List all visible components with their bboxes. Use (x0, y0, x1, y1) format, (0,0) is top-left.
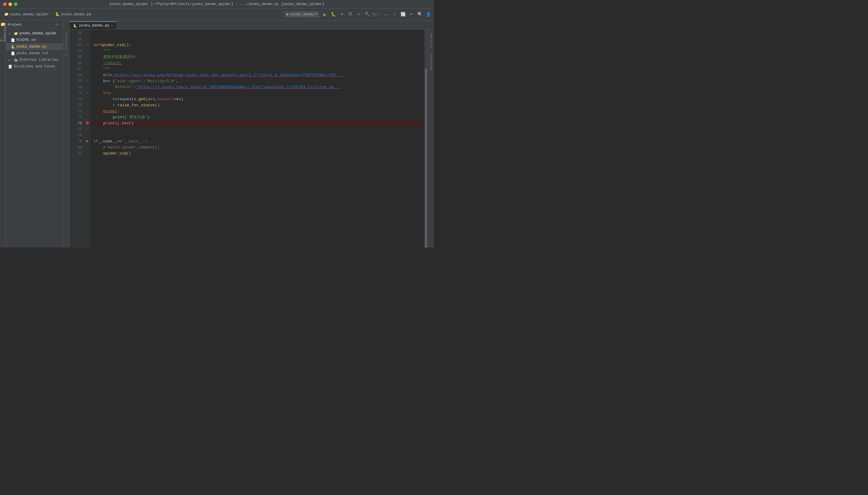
sciview-tab[interactable]: SciView (428, 31, 434, 51)
editor-tab-danmu[interactable]: 🐍 youku_danmu.py ✕ (69, 21, 117, 29)
code-area[interactable]: def spider_vid ( ): """ 爬取所有集数的id :retur… (91, 30, 424, 248)
gutter-66 (84, 59, 91, 66)
panel-collapse-icon[interactable]: − (59, 22, 61, 27)
coverage-button[interactable]: ☂ (339, 11, 345, 18)
close-button[interactable] (3, 2, 6, 6)
code-line-81: spider_vid () (94, 151, 424, 157)
right-sidebar: SciView Database (427, 30, 434, 248)
str-fail: '爬取失败' (127, 115, 147, 120)
tab-py-icon: 🐍 (73, 24, 77, 28)
breakpoint-marker[interactable] (86, 121, 89, 124)
vertical-scrollbar[interactable] (424, 30, 427, 248)
folder-open-icon: ▾ (9, 32, 13, 36)
git-update-button[interactable]: 🔄 (400, 11, 406, 18)
git-label: Git: (372, 12, 381, 17)
tree-item-readme[interactable]: 📄 README.md (6, 37, 63, 44)
run-config-label: youku_danmu (290, 12, 314, 17)
eq-main: == (117, 138, 122, 144)
line-num-63: 63 (69, 42, 82, 48)
concurrency-button[interactable]: ⚡ (355, 11, 362, 18)
search-button[interactable]: 🔍 (416, 11, 423, 18)
maximize-button[interactable] (14, 2, 17, 6)
activity-bar: 📁 2: Favorites (0, 20, 6, 248)
panel-header-icons: ⚙ − (56, 22, 61, 27)
fold-icon-71[interactable]: ▾ (86, 91, 88, 95)
project-tree: ▾ 📁 youku_danmu_spide 📄 README.md 🐍 youk… (6, 29, 63, 248)
gutter-80 (84, 144, 91, 150)
top-toolbar: 📁 youku_danmu_spider 🐍 youku_danmu.py ▶ … (0, 8, 434, 20)
window-title: youku_danmu_spider [~/PycharmProjects/yo… (110, 2, 325, 6)
minimize-button[interactable] (9, 2, 12, 6)
gutter-62 (84, 36, 91, 41)
fold-icon-63[interactable]: ▾ (86, 43, 88, 46)
code-line-72: r = requests . get (url, headers =kv) (94, 96, 424, 102)
toolbar-file-tab[interactable]: 🐍 youku_danmu.py (53, 12, 93, 17)
code-line-66: :return: (94, 60, 424, 66)
root-label: youku_danmu_spide (19, 31, 56, 36)
tree-item-danmu-txt[interactable]: 📄 youku_danmu.txt (6, 50, 63, 57)
code-line-67: """ (94, 66, 424, 72)
tree-item-external[interactable]: ▸ 📚 External Libraries (6, 57, 63, 63)
line-num-67: 67 (69, 66, 82, 72)
gutter-69: ▾ (84, 78, 91, 84)
build-button[interactable]: 🔨 (364, 11, 371, 18)
code-line-63: def spider_vid ( ): (94, 42, 424, 48)
gutter: ▾ ▾ ▾ (84, 30, 91, 248)
undo-button[interactable]: ↶ (408, 11, 415, 18)
git-push-button[interactable]: ✏ (383, 11, 389, 18)
line-numbers: 61 62 63 64 65 66 67 68 69 70 71 72 73 7… (69, 30, 84, 248)
txt-file-icon: 📄 (11, 51, 15, 55)
fn-raise: raise_for_status (117, 102, 155, 108)
keyword-if: if (94, 138, 98, 144)
colon-main: : (145, 138, 148, 144)
run-button[interactable]: ▶ (322, 11, 328, 18)
chevron-down-icon: ▼ (315, 13, 317, 16)
docstring-start: """ (103, 48, 110, 54)
comma: , (176, 78, 178, 84)
gutter-64 (84, 48, 91, 54)
code-line-73: r . raise_for_status () (94, 102, 424, 108)
gutter-79: ▶ (84, 138, 91, 144)
line-num-65: 65 (69, 54, 82, 60)
dot3: .text) (120, 120, 134, 126)
editor-content[interactable]: 61 62 63 64 65 66 67 68 69 70 71 72 73 7… (69, 30, 434, 248)
fold-icon-69[interactable]: ▾ (86, 79, 88, 83)
dunder-name: __name__ (98, 138, 117, 144)
activity-favorites[interactable]: 2: Favorites (1, 30, 5, 35)
folder-icon: 📁 (4, 12, 9, 17)
panel-settings-icon[interactable]: ⚙ (56, 22, 58, 27)
paren-open: ( (124, 42, 126, 48)
git-check-button[interactable]: ✓ (391, 11, 398, 18)
titlebar: youku_danmu_spider [~/PycharmProjects/yo… (0, 0, 434, 8)
traffic-lights (3, 2, 17, 6)
line-num-76: 76 (69, 120, 82, 126)
account-button[interactable]: 👤 (425, 11, 431, 18)
tree-item-danmu-py[interactable]: 🐍 youku_danmu.py (6, 44, 63, 50)
run-config[interactable]: ▶ youku_danmu ▼ (284, 11, 319, 17)
project-label: youku_danmu_spider (10, 12, 49, 17)
code-line-76: print ( r .text) (94, 120, 424, 126)
line-num-72: 72 (69, 96, 82, 102)
code-line-62 (94, 36, 424, 42)
keyword-try: try: (103, 90, 112, 96)
tree-item-scratches[interactable]: 📝 Scratches and Conso (6, 63, 63, 70)
docstring-text: 爬取所有集数的id (103, 54, 135, 60)
gutter-72 (84, 96, 91, 102)
project-button[interactable]: 📁 youku_danmu_spider (2, 12, 51, 17)
database-tab[interactable]: Database (428, 51, 434, 72)
danmu-py-label: youku_danmu.py (16, 45, 47, 49)
tree-item-root[interactable]: ▾ 📁 youku_danmu_spide (6, 30, 63, 37)
md-file-icon: 📄 (11, 38, 15, 42)
structure-tab[interactable]: 7: Structure (65, 33, 68, 56)
tab-close-icon[interactable]: ✕ (111, 24, 113, 28)
profile-button[interactable]: ⏱ (347, 11, 354, 18)
readme-label: README.md (16, 38, 36, 42)
line-num-66: 66 (69, 60, 82, 66)
code-line-65: 爬取所有集数的id (94, 54, 424, 60)
scratches-label: Scratches and Conso (14, 65, 55, 69)
code-line-64: """ (94, 48, 424, 54)
external-label: External Libraries (19, 58, 59, 62)
gutter-76 (84, 120, 91, 126)
debug-button[interactable]: 🐛 (330, 11, 337, 18)
gutter-63: ▾ (84, 41, 91, 48)
